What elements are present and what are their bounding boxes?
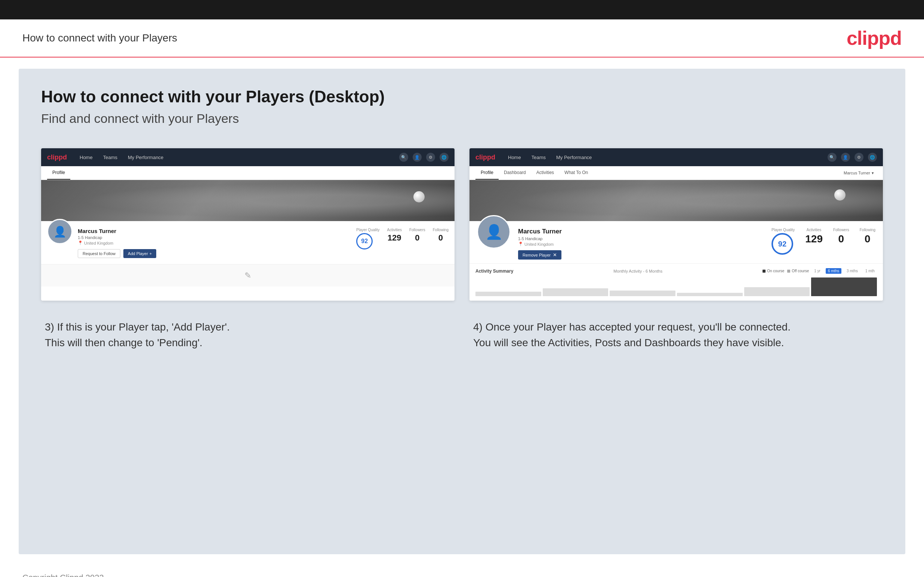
remove-player-button[interactable]: Remove Player ✕ <box>518 250 561 259</box>
left-app-tabs: Profile <box>41 166 454 180</box>
left-followers-stat: Followers 0 <box>409 228 425 243</box>
right-location-pin-icon: 📍 <box>518 242 523 247</box>
right-player-name: Marcus Turner <box>518 228 756 235</box>
main-content: How to connect with your Players (Deskto… <box>19 69 905 554</box>
legend-off-course: Off course <box>787 269 809 273</box>
left-nav-home[interactable]: Home <box>74 148 98 166</box>
description-3-block: 3) If this is your Player tap, 'Add Play… <box>41 319 454 351</box>
right-nav-icons: 🔍 👤 ⚙ 🌐 <box>827 153 877 162</box>
right-search-icon[interactable]: 🔍 <box>827 153 837 162</box>
right-tabs-group: Profile Dashboard Activities What To On <box>475 166 593 180</box>
left-player-quality: Player Quality 92 <box>356 228 380 250</box>
right-followers-stat: Followers 0 <box>833 228 849 245</box>
right-nav-teams[interactable]: Teams <box>526 148 551 166</box>
left-nav-logo: clippd <box>47 153 67 161</box>
left-nav-teams[interactable]: Teams <box>98 148 123 166</box>
left-hero-image <box>41 180 454 221</box>
chart-bar-5 <box>744 287 810 296</box>
left-tab-profile[interactable]: Profile <box>47 166 70 180</box>
left-nav-icons: 🔍 👤 ⚙ 🌐 <box>399 153 449 162</box>
period-3mths-button[interactable]: 3 mths <box>844 268 860 274</box>
right-globe-icon[interactable]: 🌐 <box>868 153 877 162</box>
left-profile-details: Marcus Turner 1-5 Handicap 📍 United King… <box>78 226 351 258</box>
hero-ball <box>414 191 425 202</box>
right-profile-info: 👤 Marcus Turner 1-5 Handicap 📍 United Ki… <box>470 221 883 263</box>
right-avatar: 👤 <box>477 215 510 249</box>
right-player-location: 📍 United Kingdom <box>518 242 756 247</box>
avatar-person-icon: 👤 <box>53 226 66 238</box>
right-nav-home[interactable]: Home <box>503 148 526 166</box>
request-follow-button[interactable]: Request to Follow <box>78 249 120 258</box>
user-icon[interactable]: 👤 <box>413 153 422 162</box>
settings-icon[interactable]: ⚙ <box>426 153 435 162</box>
right-hero-ball <box>834 189 845 201</box>
left-player-name: Marcus Turner <box>78 228 351 234</box>
plus-icon: + <box>150 251 152 256</box>
chart-bar-6 <box>811 277 877 296</box>
right-player-handicap: 1-5 Handicap <box>518 236 756 241</box>
right-following-stat: Following 0 <box>860 228 876 245</box>
period-1mth-button[interactable]: 1 mth <box>863 268 877 274</box>
left-player-handicap: 1-5 Handicap <box>78 235 351 240</box>
period-6mths-button[interactable]: 6 mths <box>826 268 842 274</box>
description-3-text: 3) If this is your Player tap, 'Add Play… <box>45 319 451 351</box>
right-app-tabs: Profile Dashboard Activities What To On … <box>470 166 883 180</box>
quality-circle-right: 92 <box>772 233 793 255</box>
left-edit-area: ✎ <box>41 264 454 287</box>
globe-icon[interactable]: 🌐 <box>439 153 449 162</box>
chart-bar-2 <box>543 288 609 296</box>
page-title: How to connect with your Players (Deskto… <box>41 87 883 106</box>
right-tab-dashboard[interactable]: Dashboard <box>499 166 531 180</box>
left-player-location: 📍 United Kingdom <box>78 240 351 245</box>
location-pin-icon: 📍 <box>78 240 83 245</box>
left-activities-stat: Activities 129 <box>387 228 402 243</box>
page-subtitle: Find and connect with your Players <box>41 111 883 126</box>
description-4-text: 4) Once your Player has accepted your re… <box>473 319 879 351</box>
right-activity-summary: Activity Summary Monthly Activity - 6 Mo… <box>470 263 883 301</box>
header-title: How to connect with your Players <box>23 32 177 44</box>
activity-title: Activity Summary <box>475 269 513 274</box>
descriptions-row: 3) If this is your Player tap, 'Add Play… <box>41 319 883 351</box>
quality-circle-left: 92 <box>356 233 373 250</box>
left-following-stat: Following 0 <box>433 228 449 243</box>
chart-bar-1 <box>475 292 541 296</box>
left-profile-actions: Request to Follow Add Player + <box>78 249 351 258</box>
right-settings-icon[interactable]: ⚙ <box>855 153 863 162</box>
right-tab-activities[interactable]: Activities <box>531 166 559 180</box>
right-activities-stat: Activities 129 <box>805 228 823 245</box>
top-bar <box>0 0 924 19</box>
chart-bar-4 <box>677 293 743 296</box>
right-app-nav: clippd Home Teams My Performance 🔍 👤 ⚙ 🌐 <box>470 148 883 166</box>
right-screenshot-panel: clippd Home Teams My Performance 🔍 👤 ⚙ 🌐… <box>470 148 883 301</box>
left-avatar: 👤 <box>47 219 73 244</box>
activity-period: Monthly Activity - 6 Months <box>613 269 662 273</box>
copyright-text: Copyright Clippd 2022 <box>23 573 104 577</box>
activity-controls: On course Off course 1 yr 6 mths 3 mths … <box>762 268 877 274</box>
right-hero-image <box>470 180 883 221</box>
chart-bar-3 <box>610 290 675 296</box>
right-profile-actions: Remove Player ✕ <box>518 250 756 259</box>
add-player-button[interactable]: Add Player + <box>123 249 156 258</box>
chevron-down-icon: ▾ <box>872 171 874 176</box>
right-tab-profile[interactable]: Profile <box>475 166 499 180</box>
legend-dot-off-course <box>787 270 790 272</box>
right-nav-performance[interactable]: My Performance <box>551 148 597 166</box>
right-user-icon[interactable]: 👤 <box>841 153 850 162</box>
close-icon: ✕ <box>553 252 557 258</box>
legend-dot-on-course <box>762 270 766 272</box>
search-icon[interactable]: 🔍 <box>399 153 408 162</box>
legend-on-course: On course <box>762 269 784 273</box>
right-user-dropdown[interactable]: Marcus Turner ▾ <box>841 167 877 179</box>
left-profile-info: 👤 Marcus Turner 1-5 Handicap 📍 United Ki… <box>41 221 454 264</box>
right-player-quality: Player Quality 92 <box>772 228 795 255</box>
right-nav-logo: clippd <box>475 153 495 161</box>
left-nav-links: Home Teams My Performance <box>74 148 399 166</box>
period-1yr-button[interactable]: 1 yr <box>812 268 823 274</box>
pencil-icon: ✎ <box>244 271 251 280</box>
left-nav-performance[interactable]: My Performance <box>123 148 169 166</box>
header: How to connect with your Players clippd <box>0 19 924 58</box>
right-tab-what-to-on[interactable]: What To On <box>559 166 593 180</box>
screenshots-row: clippd Home Teams My Performance 🔍 👤 ⚙ 🌐… <box>41 148 883 301</box>
activity-chart <box>475 277 877 296</box>
right-nav-links: Home Teams My Performance <box>503 148 827 166</box>
